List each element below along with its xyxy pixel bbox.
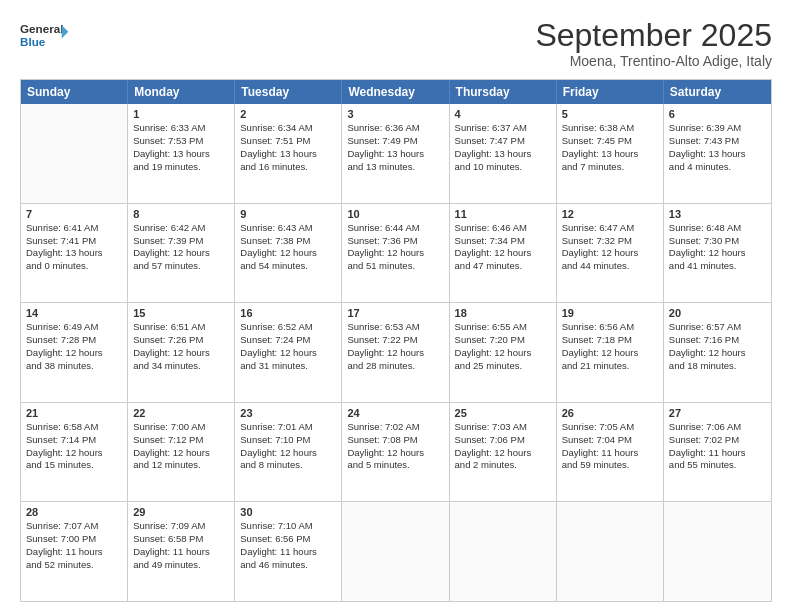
logo: General Blue — [20, 18, 70, 54]
cell-line2: Sunset: 7:22 PM — [347, 334, 443, 347]
cell-line1: Sunrise: 6:39 AM — [669, 122, 766, 135]
day-number: 21 — [26, 407, 122, 419]
cell-line3: Daylight: 12 hours — [455, 247, 551, 260]
cell-line2: Sunset: 7:43 PM — [669, 135, 766, 148]
cell-line3: Daylight: 11 hours — [26, 546, 122, 559]
cell-line2: Sunset: 7:30 PM — [669, 235, 766, 248]
cell-line1: Sunrise: 6:38 AM — [562, 122, 658, 135]
cell-line1: Sunrise: 7:07 AM — [26, 520, 122, 533]
cell-line1: Sunrise: 7:00 AM — [133, 421, 229, 434]
cell-line1: Sunrise: 6:37 AM — [455, 122, 551, 135]
day-number: 25 — [455, 407, 551, 419]
cell-line2: Sunset: 7:10 PM — [240, 434, 336, 447]
calendar-cell-3-2: 23Sunrise: 7:01 AMSunset: 7:10 PMDayligh… — [235, 403, 342, 502]
day-number: 11 — [455, 208, 551, 220]
day-number: 10 — [347, 208, 443, 220]
cell-line1: Sunrise: 6:34 AM — [240, 122, 336, 135]
cell-line2: Sunset: 7:39 PM — [133, 235, 229, 248]
cell-line2: Sunset: 7:51 PM — [240, 135, 336, 148]
cell-line3: Daylight: 12 hours — [347, 247, 443, 260]
cell-line1: Sunrise: 6:42 AM — [133, 222, 229, 235]
cell-line3: Daylight: 12 hours — [240, 347, 336, 360]
calendar-row-4: 28Sunrise: 7:07 AMSunset: 7:00 PMDayligh… — [21, 502, 771, 601]
calendar-cell-4-6 — [664, 502, 771, 601]
cell-line4: and 10 minutes. — [455, 161, 551, 174]
cell-line4: and 21 minutes. — [562, 360, 658, 373]
day-number: 9 — [240, 208, 336, 220]
cell-line2: Sunset: 7:18 PM — [562, 334, 658, 347]
day-number: 4 — [455, 108, 551, 120]
calendar-cell-0-0 — [21, 104, 128, 203]
day-number: 2 — [240, 108, 336, 120]
day-number: 3 — [347, 108, 443, 120]
calendar-row-3: 21Sunrise: 6:58 AMSunset: 7:14 PMDayligh… — [21, 403, 771, 503]
cell-line4: and 44 minutes. — [562, 260, 658, 273]
calendar-cell-2-4: 18Sunrise: 6:55 AMSunset: 7:20 PMDayligh… — [450, 303, 557, 402]
main-title: September 2025 — [535, 18, 772, 53]
cell-line3: Daylight: 11 hours — [562, 447, 658, 460]
cell-line3: Daylight: 13 hours — [455, 148, 551, 161]
calendar-cell-4-2: 30Sunrise: 7:10 AMSunset: 6:56 PMDayligh… — [235, 502, 342, 601]
cell-line2: Sunset: 7:32 PM — [562, 235, 658, 248]
day-number: 26 — [562, 407, 658, 419]
cell-line3: Daylight: 12 hours — [26, 447, 122, 460]
calendar-header: SundayMondayTuesdayWednesdayThursdayFrid… — [21, 80, 771, 104]
cell-line2: Sunset: 7:12 PM — [133, 434, 229, 447]
cell-line1: Sunrise: 7:09 AM — [133, 520, 229, 533]
cell-line1: Sunrise: 6:43 AM — [240, 222, 336, 235]
calendar-cell-4-3 — [342, 502, 449, 601]
calendar-cell-3-4: 25Sunrise: 7:03 AMSunset: 7:06 PMDayligh… — [450, 403, 557, 502]
logo-svg: General Blue — [20, 18, 70, 54]
cell-line4: and 2 minutes. — [455, 459, 551, 472]
calendar-cell-2-2: 16Sunrise: 6:52 AMSunset: 7:24 PMDayligh… — [235, 303, 342, 402]
cell-line1: Sunrise: 6:57 AM — [669, 321, 766, 334]
cell-line4: and 57 minutes. — [133, 260, 229, 273]
cell-line4: and 0 minutes. — [26, 260, 122, 273]
cell-line3: Daylight: 12 hours — [562, 347, 658, 360]
cell-line3: Daylight: 12 hours — [347, 447, 443, 460]
cell-line2: Sunset: 7:49 PM — [347, 135, 443, 148]
cell-line2: Sunset: 7:34 PM — [455, 235, 551, 248]
header-day-saturday: Saturday — [664, 80, 771, 104]
day-number: 18 — [455, 307, 551, 319]
cell-line2: Sunset: 7:00 PM — [26, 533, 122, 546]
cell-line2: Sunset: 7:47 PM — [455, 135, 551, 148]
calendar-cell-4-4 — [450, 502, 557, 601]
cell-line4: and 54 minutes. — [240, 260, 336, 273]
day-number: 8 — [133, 208, 229, 220]
cell-line1: Sunrise: 7:05 AM — [562, 421, 658, 434]
calendar-row-0: 1Sunrise: 6:33 AMSunset: 7:53 PMDaylight… — [21, 104, 771, 204]
cell-line3: Daylight: 12 hours — [133, 447, 229, 460]
day-number: 27 — [669, 407, 766, 419]
cell-line3: Daylight: 12 hours — [669, 247, 766, 260]
title-block: September 2025 Moena, Trentino-Alto Adig… — [535, 18, 772, 69]
day-number: 20 — [669, 307, 766, 319]
cell-line4: and 13 minutes. — [347, 161, 443, 174]
cell-line4: and 12 minutes. — [133, 459, 229, 472]
cell-line2: Sunset: 7:38 PM — [240, 235, 336, 248]
cell-line2: Sunset: 7:16 PM — [669, 334, 766, 347]
cell-line1: Sunrise: 7:06 AM — [669, 421, 766, 434]
calendar-cell-0-2: 2Sunrise: 6:34 AMSunset: 7:51 PMDaylight… — [235, 104, 342, 203]
cell-line2: Sunset: 7:45 PM — [562, 135, 658, 148]
cell-line2: Sunset: 7:14 PM — [26, 434, 122, 447]
header-day-tuesday: Tuesday — [235, 80, 342, 104]
subtitle: Moena, Trentino-Alto Adige, Italy — [535, 53, 772, 69]
day-number: 12 — [562, 208, 658, 220]
header-day-thursday: Thursday — [450, 80, 557, 104]
cell-line4: and 46 minutes. — [240, 559, 336, 572]
cell-line2: Sunset: 7:28 PM — [26, 334, 122, 347]
svg-marker-2 — [62, 25, 69, 38]
cell-line1: Sunrise: 7:01 AM — [240, 421, 336, 434]
cell-line3: Daylight: 12 hours — [455, 347, 551, 360]
cell-line2: Sunset: 7:24 PM — [240, 334, 336, 347]
cell-line3: Daylight: 11 hours — [240, 546, 336, 559]
cell-line3: Daylight: 13 hours — [347, 148, 443, 161]
header-day-friday: Friday — [557, 80, 664, 104]
day-number: 24 — [347, 407, 443, 419]
cell-line3: Daylight: 11 hours — [133, 546, 229, 559]
cell-line4: and 38 minutes. — [26, 360, 122, 373]
calendar-cell-2-1: 15Sunrise: 6:51 AMSunset: 7:26 PMDayligh… — [128, 303, 235, 402]
cell-line2: Sunset: 7:06 PM — [455, 434, 551, 447]
cell-line1: Sunrise: 6:58 AM — [26, 421, 122, 434]
